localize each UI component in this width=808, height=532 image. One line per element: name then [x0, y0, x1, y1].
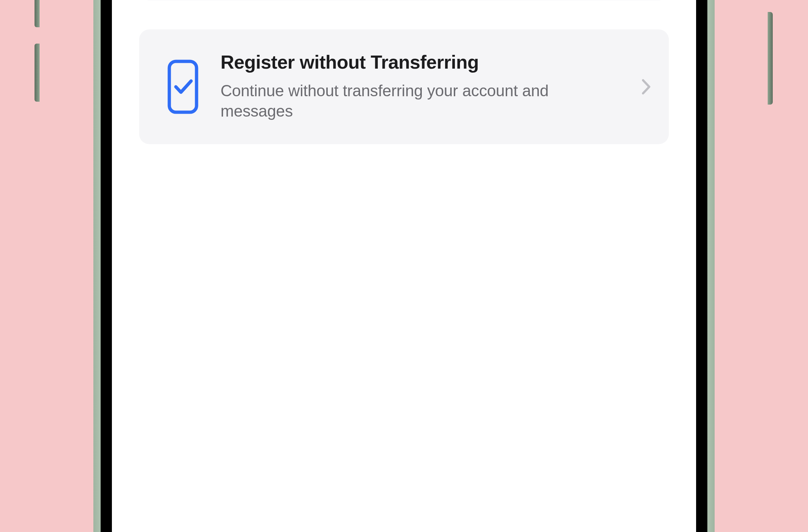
phone-frame: Transfer from iOS Device Transfer your a… [54, 0, 754, 532]
phone-volume-button-2 [35, 44, 40, 102]
option-title: Register without Transferring [221, 52, 624, 73]
option-text-group: Register without Transferring Continue w… [221, 52, 624, 122]
options-list: Transfer from iOS Device Transfer your a… [139, 0, 669, 173]
register-without-transferring-option[interactable]: Register without Transferring Continue w… [139, 29, 669, 144]
svg-rect-3 [169, 61, 197, 112]
phone-checkmark-icon [157, 58, 205, 116]
chevron-right-icon [639, 79, 654, 95]
phone-volume-button-1 [35, 0, 40, 27]
phone-screen: Transfer from iOS Device Transfer your a… [112, 0, 696, 532]
phone-power-button [768, 12, 773, 105]
option-description: Continue without transferring your accou… [221, 81, 624, 122]
transfer-from-ios-option[interactable]: Transfer from iOS Device Transfer your a… [139, 0, 669, 0]
